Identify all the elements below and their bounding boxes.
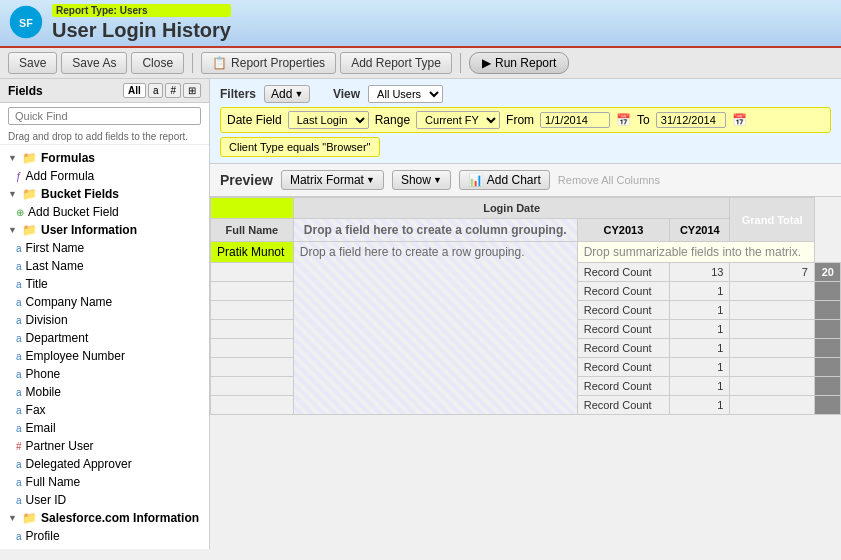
show-chevron-icon: ▼ [433, 175, 442, 185]
department-label: Department [26, 331, 89, 345]
row-name-cell [211, 396, 294, 415]
quick-find-input[interactable] [8, 107, 201, 125]
company-name-item[interactable]: a Company Name [0, 293, 209, 311]
date-field-row: Date Field Last Login Range Current FY F… [220, 107, 831, 133]
field-icon3: a [16, 279, 22, 290]
header-text: Report Type: Users User Login History [52, 4, 231, 42]
filter-grid-btn[interactable]: ⊞ [183, 83, 201, 98]
cy2014-value [730, 396, 815, 415]
department-item[interactable]: a Department [0, 329, 209, 347]
preview-label: Preview [220, 172, 273, 188]
fields-header: Fields All a # ⊞ [0, 79, 209, 103]
filter-all-btn[interactable]: All [123, 83, 146, 98]
record-count-label: Record Count [577, 358, 669, 377]
folder-icon4: 📁 [22, 511, 37, 525]
mobile-item[interactable]: a Mobile [0, 383, 209, 401]
user-info-group[interactable]: ▼ 📁 User Information [0, 221, 209, 239]
add-formula-label: Add Formula [26, 169, 95, 183]
th-cy2014: CY2014 [670, 219, 730, 242]
division-label: Division [26, 313, 68, 327]
profile-label: Profile [26, 529, 60, 543]
from-date-input[interactable] [540, 112, 610, 128]
show-button[interactable]: Show ▼ [392, 170, 451, 190]
add-chart-button[interactable]: 📊 Add Chart [459, 170, 550, 190]
bucket-fields-group[interactable]: ▼ 📁 Bucket Fields [0, 185, 209, 203]
profile-item[interactable]: a Profile [0, 527, 209, 545]
email-item[interactable]: a Email [0, 419, 209, 437]
remove-all-columns[interactable]: Remove All Columns [558, 174, 660, 186]
matrix-chevron-icon: ▼ [366, 175, 375, 185]
save-button[interactable]: Save [8, 52, 57, 74]
full-name-item[interactable]: a Full Name [0, 473, 209, 491]
user-info-label: User Information [41, 223, 137, 237]
last-name-item[interactable]: a Last Name [0, 257, 209, 275]
chart-icon: 📊 [468, 173, 483, 187]
left-panel: Fields All a # ⊞ Drag and drop to add fi… [0, 79, 210, 549]
sf-info-label: Salesforce.com Information [41, 511, 199, 525]
cy2013-value: 1 [670, 282, 730, 301]
run-report-button[interactable]: ▶ Run Report [469, 52, 569, 74]
field-icon2: a [16, 261, 22, 272]
drop-row: Pratik Munot Drop a field here to create… [211, 242, 841, 263]
filter-alpha-btn[interactable]: a [148, 83, 164, 98]
title-item[interactable]: a Title [0, 275, 209, 293]
report-properties-button[interactable]: 📋 Report Properties [201, 52, 336, 74]
preview-table-area: Login Date Grand Total Full Name Drop a … [210, 197, 841, 549]
title-label: Title [26, 277, 48, 291]
run-icon: ▶ [482, 56, 491, 70]
add-formula-item[interactable]: ƒ Add Formula [0, 167, 209, 185]
add-bucket-label: Add Bucket Field [28, 205, 119, 219]
delegated-approver-item[interactable]: a Delegated Approver [0, 455, 209, 473]
range-label: Range [375, 113, 410, 127]
separator [192, 53, 193, 73]
range-select[interactable]: Current FY [416, 111, 500, 129]
th-full-name-sub: Full Name [211, 219, 294, 242]
table-header-row: Login Date Grand Total [211, 198, 841, 219]
record-count-label: Record Count [577, 282, 669, 301]
cy2013-value: 1 [670, 358, 730, 377]
sf-info-group[interactable]: ▼ 📁 Salesforce.com Information [0, 509, 209, 527]
fax-label: Fax [26, 403, 46, 417]
first-name-item[interactable]: a First Name [0, 239, 209, 257]
to-date-input[interactable] [656, 112, 726, 128]
drop-row-hint[interactable]: Drop a field here to create a row groupi… [293, 242, 577, 415]
add-bucket-item[interactable]: ⊕ Add Bucket Field [0, 203, 209, 221]
preview-header: Preview Matrix Format ▼ Show ▼ 📊 Add Cha… [210, 164, 841, 197]
user-id-label: User ID [26, 493, 67, 507]
add-report-type-button[interactable]: Add Report Type [340, 52, 452, 74]
calendar-icon-to[interactable]: 📅 [732, 113, 747, 127]
view-select[interactable]: All Users [368, 85, 443, 103]
formulas-group[interactable]: ▼ 📁 Formulas [0, 149, 209, 167]
folder-icon3: 📁 [22, 223, 37, 237]
grand-total-value: 20 [814, 263, 840, 282]
close-button[interactable]: Close [131, 52, 184, 74]
quick-find-container [0, 103, 209, 129]
phone-item[interactable]: a Phone [0, 365, 209, 383]
drop-summarize[interactable]: Drop summarizable fields into the matrix… [577, 242, 814, 263]
fields-label: Fields [8, 84, 43, 98]
matrix-format-button[interactable]: Matrix Format ▼ [281, 170, 384, 190]
bucket-icon: ⊕ [16, 207, 24, 218]
fax-item[interactable]: a Fax [0, 401, 209, 419]
grand-total-value [814, 396, 840, 415]
toolbar: Save Save As Close 📋 Report Properties A… [0, 48, 841, 79]
employee-number-item[interactable]: a Employee Number [0, 347, 209, 365]
field-icon8: a [16, 369, 22, 380]
main: Fields All a # ⊞ Drag and drop to add fi… [0, 79, 841, 549]
date-field-select[interactable]: Last Login [288, 111, 369, 129]
user-id-item[interactable]: a User ID [0, 491, 209, 509]
cy2014-value [730, 377, 815, 396]
save-as-button[interactable]: Save As [61, 52, 127, 74]
partner-user-item[interactable]: # Partner User [0, 437, 209, 455]
drop-column-zone[interactable]: Drop a field here to create a column gro… [293, 219, 577, 242]
cy2014-value [730, 320, 815, 339]
cy2013-value: 1 [670, 377, 730, 396]
calendar-icon-from[interactable]: 📅 [616, 113, 631, 127]
field-icon4: a [16, 297, 22, 308]
filter-hash-btn[interactable]: # [165, 83, 181, 98]
phone-label: Phone [26, 367, 61, 381]
add-filter-button[interactable]: Add ▼ [264, 85, 310, 103]
expand-icon4: ▼ [8, 513, 18, 523]
division-item[interactable]: a Division [0, 311, 209, 329]
cy2014-value [730, 282, 815, 301]
